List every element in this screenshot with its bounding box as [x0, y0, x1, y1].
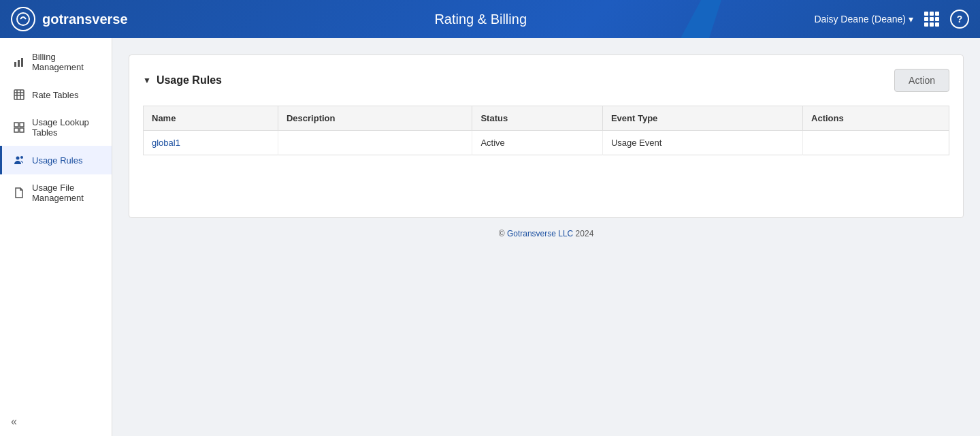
- col-actions: Actions: [803, 106, 949, 131]
- logo-text: gotransverse: [42, 12, 128, 27]
- sidebar-item-usage-file-management-label: Usage File Management: [32, 183, 101, 203]
- sidebar-item-usage-rules[interactable]: Usage Rules: [0, 146, 112, 174]
- sidebar-item-billing-management-label: Billing Management: [32, 52, 101, 72]
- card-title-container: ▼ Usage Rules: [143, 74, 222, 87]
- help-button[interactable]: ?: [950, 10, 969, 29]
- company-link[interactable]: Gotransverse LLC: [507, 229, 573, 238]
- table-head: Name Description Status Event Type Actio…: [144, 106, 949, 131]
- people-icon: [13, 154, 25, 166]
- card-title: Usage Rules: [157, 74, 222, 87]
- user-menu[interactable]: Daisy Deane (Deane) ▾: [814, 14, 913, 25]
- col-status: Status: [472, 106, 602, 131]
- row-event-type: Usage Event: [602, 131, 802, 155]
- chart-bar-icon: [13, 56, 25, 68]
- logo-icon: [11, 7, 35, 31]
- usage-rules-card: ▼ Usage Rules Action Name Description St…: [129, 54, 964, 218]
- svg-point-13: [16, 157, 20, 160]
- sidebar-item-usage-lookup-tables[interactable]: Usage Lookup Tables: [0, 109, 112, 146]
- file-icon: [13, 187, 25, 199]
- sidebar-collapse-button[interactable]: «: [0, 407, 112, 436]
- svg-rect-2: [18, 60, 20, 67]
- col-name: Name: [144, 106, 278, 131]
- help-label: ?: [957, 14, 963, 25]
- apps-grid-icon[interactable]: [924, 12, 939, 27]
- sidebar-item-usage-lookup-tables-label: Usage Lookup Tables: [32, 117, 101, 138]
- svg-rect-3: [21, 58, 23, 67]
- collapse-icon: «: [11, 416, 17, 427]
- header-title: Rating & Billing: [147, 12, 814, 27]
- footer: © Gotransverse LLC 2024: [129, 218, 964, 249]
- row-description: [278, 131, 472, 155]
- table-icon: [13, 89, 25, 101]
- app-header: gotransverse Rating & Billing Daisy Dean…: [0, 0, 980, 38]
- action-button[interactable]: Action: [894, 69, 949, 92]
- logo: gotransverse: [11, 7, 147, 31]
- svg-rect-10: [20, 123, 24, 127]
- table-header-row: Name Description Status Event Type Actio…: [144, 106, 949, 131]
- col-event-type: Event Type: [602, 106, 802, 131]
- table-body: global1 Active Usage Event: [144, 131, 949, 155]
- sidebar: Billing Management Rate Tables: [0, 38, 112, 436]
- grid-icon: [13, 121, 25, 134]
- table-row: global1 Active Usage Event: [144, 131, 949, 155]
- svg-point-14: [20, 156, 23, 159]
- header-right: Daisy Deane (Deane) ▾ ?: [814, 10, 969, 29]
- svg-rect-12: [20, 128, 24, 132]
- usage-rules-table: Name Description Status Event Type Actio…: [143, 106, 949, 155]
- sidebar-item-usage-rules-label: Usage Rules: [32, 155, 82, 166]
- col-description: Description: [278, 106, 472, 131]
- copyright-symbol: ©: [499, 229, 505, 238]
- row-name: global1: [144, 131, 278, 155]
- sidebar-item-rate-tables-label: Rate Tables: [32, 90, 78, 100]
- main-content: ▼ Usage Rules Action Name Description St…: [112, 38, 980, 436]
- user-name: Daisy Deane (Deane): [814, 14, 906, 25]
- svg-point-0: [17, 13, 29, 25]
- sidebar-item-rate-tables[interactable]: Rate Tables: [0, 80, 112, 109]
- svg-rect-11: [14, 128, 18, 132]
- row-status: Active: [472, 131, 602, 155]
- svg-rect-1: [14, 62, 16, 67]
- sidebar-item-usage-file-management[interactable]: Usage File Management: [0, 174, 112, 211]
- svg-rect-4: [14, 90, 24, 99]
- user-dropdown-icon: ▾: [909, 14, 913, 25]
- footer-year: 2024: [576, 229, 594, 238]
- card-header: ▼ Usage Rules Action: [143, 69, 949, 92]
- main-layout: Billing Management Rate Tables: [0, 38, 980, 436]
- row-actions: [803, 131, 949, 155]
- card-collapse-arrow[interactable]: ▼: [143, 76, 151, 85]
- svg-rect-9: [14, 123, 18, 127]
- row-name-link[interactable]: global1: [152, 138, 180, 148]
- sidebar-item-billing-management[interactable]: Billing Management: [0, 44, 112, 80]
